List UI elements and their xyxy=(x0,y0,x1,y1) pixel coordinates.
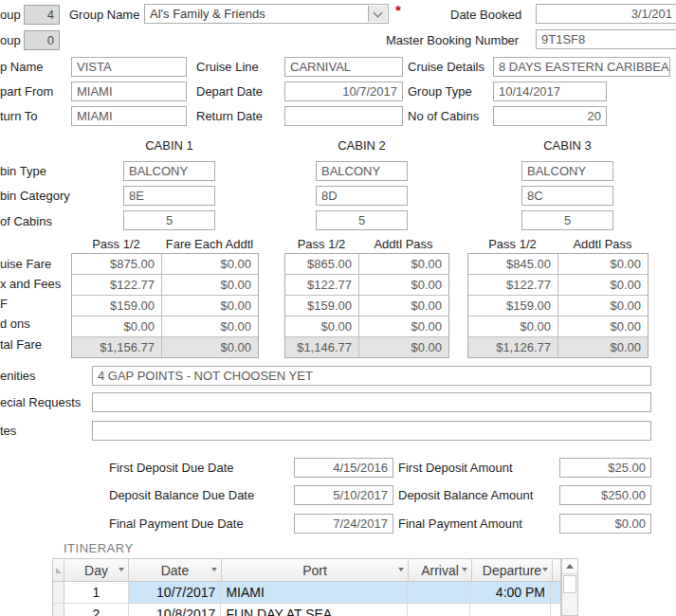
return-date-field[interactable] xyxy=(284,106,403,126)
departure-cell[interactable] xyxy=(470,604,551,616)
cabin3-addons-pass[interactable]: $0.00 xyxy=(468,317,558,336)
table-row: $159.00$0.00 xyxy=(468,296,648,317)
scroll-up-button[interactable] xyxy=(562,559,577,574)
cabin2-cruise-fare-addtl[interactable]: $0.00 xyxy=(359,254,448,274)
group-type-field[interactable]: 10/14/2017 xyxy=(493,82,607,101)
cabin3-tax-addtl[interactable]: $0.00 xyxy=(558,275,648,295)
depart-date-field[interactable]: 10/7/2017 xyxy=(284,82,403,101)
cabin3-cruise-fare-pass[interactable]: $845.00 xyxy=(468,254,558,274)
column-menu-icon[interactable] xyxy=(462,568,467,571)
cabin1-ncf-pass[interactable]: $159.00 xyxy=(72,296,162,316)
deposit-balance-due-field[interactable]: 5/10/2017 xyxy=(294,485,393,505)
cabin1-cruise-fare-pass[interactable]: $875.00 xyxy=(72,254,162,274)
booking-form: oup 4 Group Name Al's Family & Friends *… xyxy=(0,0,676,616)
cabin2-category-field[interactable]: 8D xyxy=(316,186,408,206)
ship-name-field[interactable]: VISTA xyxy=(71,57,187,77)
cabin3-title: CABIN 3 xyxy=(521,138,613,153)
cabin2-ncf-pass[interactable]: $159.00 xyxy=(285,296,359,316)
arrival-cell[interactable] xyxy=(408,604,471,616)
notes-field[interactable] xyxy=(92,421,651,441)
final-payment-due-field[interactable]: 7/24/2017 xyxy=(294,514,393,534)
return-to-field[interactable]: MIAMI xyxy=(71,106,187,126)
table-row: $122.77$0.00 xyxy=(285,275,448,296)
cabin3-type-field[interactable]: BALCONY xyxy=(521,161,613,181)
cabin1-count-field[interactable]: 5 xyxy=(123,210,215,230)
cabin2-addons-addtl[interactable]: $0.00 xyxy=(359,317,448,336)
date-cell[interactable]: 10/7/2017 xyxy=(129,582,222,603)
cabin3-count-field[interactable]: 5 xyxy=(521,210,613,230)
group-number2-field[interactable]: 0 xyxy=(24,30,60,50)
date-cell[interactable]: 10/8/2017 xyxy=(129,604,222,616)
column-header-label: Port xyxy=(302,563,327,578)
cabin3-category-field[interactable]: 8C xyxy=(521,186,613,206)
group-name-combo[interactable]: Al's Family & Friends xyxy=(144,4,389,24)
group-name-dropdown-button[interactable] xyxy=(368,6,387,22)
column-menu-icon[interactable] xyxy=(542,568,548,571)
cabin3-addons-addtl[interactable]: $0.00 xyxy=(558,317,648,336)
column-menu-icon[interactable] xyxy=(398,568,404,571)
date-booked-field[interactable]: 3/1/201 xyxy=(536,4,676,24)
day-cell[interactable]: 2 xyxy=(64,604,129,616)
cabin2-cruise-fare-pass[interactable]: $865.00 xyxy=(285,254,359,274)
itinerary-row-2[interactable]: 2 10/8/2017 FUN DAY AT SEA xyxy=(53,604,560,616)
master-booking-field[interactable]: 9T1SF8 xyxy=(536,29,676,49)
itinerary-header-row: Day Date Port Arrival Departure xyxy=(53,559,560,582)
port-cell[interactable]: MIAMI xyxy=(221,582,407,603)
first-deposit-amount-field[interactable]: $25.00 xyxy=(559,458,651,478)
port-cell[interactable]: FUN DAY AT SEA xyxy=(221,604,407,616)
depart-from-field[interactable]: MIAMI xyxy=(71,82,187,101)
itinerary-scrollbar[interactable] xyxy=(561,558,578,616)
column-header-date[interactable]: Date xyxy=(129,559,222,581)
arrival-cell[interactable] xyxy=(408,582,471,603)
cruise-details-field[interactable]: 8 DAYS EASTERN CARIBBEAN xyxy=(493,57,670,77)
cabin3-ncf-pass[interactable]: $159.00 xyxy=(468,296,558,316)
cabin1-title: CABIN 1 xyxy=(123,138,215,153)
itinerary-row-1[interactable]: 1 10/7/2017 MIAMI 4:00 PM xyxy=(53,582,560,604)
deposit-balance-amount-field[interactable]: $250.00 xyxy=(559,485,651,505)
cabin2-tax-pass[interactable]: $122.77 xyxy=(285,275,359,295)
deposit-balance-amount-label: Deposit Balance Amount xyxy=(398,488,533,502)
first-deposit-due-field[interactable]: 4/15/2016 xyxy=(294,458,393,478)
column-header-port[interactable]: Port xyxy=(222,559,409,581)
column-menu-icon[interactable] xyxy=(119,568,124,571)
departure-cell[interactable]: 4:00 PM xyxy=(470,582,551,603)
column-header-day[interactable]: Day xyxy=(64,559,129,581)
no-of-cabins-field[interactable]: 20 xyxy=(493,106,607,126)
cabin2-addons-pass[interactable]: $0.00 xyxy=(285,317,359,336)
column-header-stub xyxy=(553,559,560,581)
add-ons-label: d ons xyxy=(0,317,30,331)
depart-from-label: part From xyxy=(0,84,53,99)
special-requests-field[interactable] xyxy=(92,392,651,412)
row-selector[interactable] xyxy=(53,582,64,603)
cruise-line-field[interactable]: CARNIVAL xyxy=(284,57,403,77)
cabin1-tax-pass[interactable]: $122.77 xyxy=(72,275,162,295)
cabin2-type-field[interactable]: BALCONY xyxy=(316,161,408,181)
select-all-cell[interactable] xyxy=(53,559,64,581)
final-payment-amount-field[interactable]: $0.00 xyxy=(559,514,651,534)
group-number-field[interactable]: 4 xyxy=(24,5,60,25)
cabin2-total-pass: $1,146.77 xyxy=(285,337,359,357)
cabin2-ncf-addtl[interactable]: $0.00 xyxy=(359,296,448,316)
cabin1-tax-addtl[interactable]: $0.00 xyxy=(162,275,258,295)
cabin2-total-addtl: $0.00 xyxy=(359,337,448,357)
cabin1-addons-pass[interactable]: $0.00 xyxy=(72,317,162,336)
cabin2-tax-addtl[interactable]: $0.00 xyxy=(359,275,448,295)
cabin1-ncf-addtl[interactable]: $0.00 xyxy=(162,296,258,316)
column-header-arrival[interactable]: Arrival xyxy=(409,559,472,581)
cabin3-ncf-addtl[interactable]: $0.00 xyxy=(558,296,648,316)
column-menu-icon[interactable] xyxy=(211,568,217,571)
column-header-departure[interactable]: Departure xyxy=(472,559,553,581)
cabin1-addons-addtl[interactable]: $0.00 xyxy=(162,317,258,336)
cabin3-cruise-fare-addtl[interactable]: $0.00 xyxy=(558,254,648,274)
cabin2-count-field[interactable]: 5 xyxy=(316,210,408,230)
row-selector[interactable] xyxy=(53,604,64,616)
cabin3-tax-pass[interactable]: $122.77 xyxy=(468,275,558,295)
cabin2-title: CABIN 2 xyxy=(316,138,408,153)
cabin1-category-field[interactable]: 8E xyxy=(123,186,215,206)
scrollbar-thumb[interactable] xyxy=(563,575,576,593)
amenities-field[interactable]: 4 GAP POINTS - NOT CHOOSEN YET xyxy=(92,366,651,386)
group-number-label: oup xyxy=(0,8,21,22)
cabin1-cruise-fare-addtl[interactable]: $0.00 xyxy=(162,254,258,274)
day-cell[interactable]: 1 xyxy=(64,582,129,603)
cabin1-type-field[interactable]: BALCONY xyxy=(123,161,215,181)
